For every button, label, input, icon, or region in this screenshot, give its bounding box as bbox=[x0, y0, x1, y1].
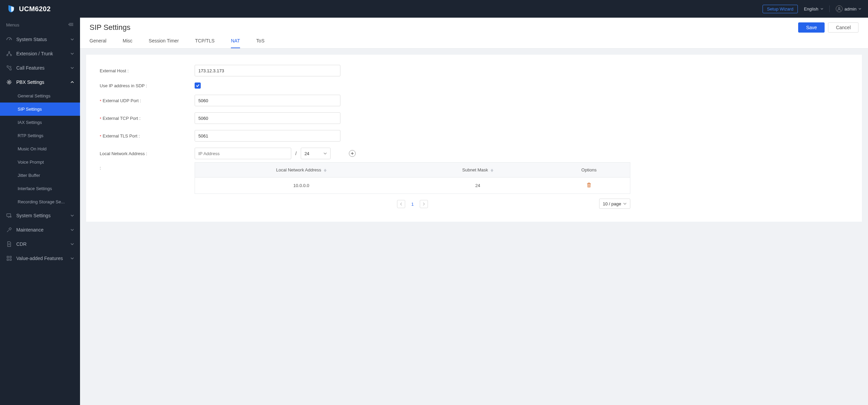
sidebar-item-label: Maintenance bbox=[16, 227, 43, 233]
label-external-tls: ●External TLS Port : bbox=[100, 133, 195, 139]
sidebar-item-pbx-settings[interactable]: PBX Settings bbox=[0, 75, 80, 89]
save-button[interactable]: Save bbox=[798, 22, 825, 33]
tab-tos[interactable]: ToS bbox=[256, 38, 264, 48]
svg-rect-16 bbox=[7, 256, 9, 258]
svg-point-0 bbox=[838, 7, 840, 9]
table-header-row: Local Network Address Subnet Mask bbox=[195, 163, 630, 178]
checkbox-use-ip-sdp[interactable] bbox=[195, 82, 201, 89]
chevron-down-icon bbox=[323, 152, 327, 154]
pager-next-button[interactable] bbox=[420, 200, 428, 208]
sidebar-item-value-added[interactable]: Value-added Features bbox=[0, 251, 80, 265]
chevron-up-icon bbox=[71, 80, 74, 84]
tab-nat[interactable]: NAT bbox=[231, 38, 240, 48]
chevron-down-icon bbox=[623, 203, 627, 205]
divider bbox=[829, 5, 830, 12]
label-external-tcp: ●External TCP Port : bbox=[100, 116, 195, 121]
chevron-down-icon bbox=[821, 7, 823, 10]
input-ip-address[interactable] bbox=[195, 148, 291, 159]
grid-icon bbox=[6, 255, 12, 261]
svg-point-5 bbox=[7, 55, 8, 56]
menus-label: Menus bbox=[6, 22, 19, 27]
svg-point-13 bbox=[10, 216, 12, 218]
input-external-tls[interactable] bbox=[195, 130, 340, 142]
menus-header: Menus bbox=[0, 18, 80, 32]
sidebar-item-system-status[interactable]: System Status bbox=[0, 32, 80, 47]
sidebar-item-system-settings[interactable]: System Settings bbox=[0, 208, 80, 223]
input-external-udp[interactable] bbox=[195, 95, 340, 106]
language-selector[interactable]: English bbox=[804, 6, 823, 12]
pager-wrap: 1 10 / page bbox=[195, 200, 630, 208]
chevron-down-icon bbox=[71, 228, 74, 232]
subnav-music-on-hold[interactable]: Music On Hold bbox=[0, 142, 80, 155]
sidebar-item-call-features[interactable]: Call Features bbox=[0, 61, 80, 75]
topbar-left: UCM6202 bbox=[7, 4, 51, 14]
setup-wizard-button[interactable]: Setup Wizard bbox=[763, 5, 798, 13]
pager-prev-button[interactable] bbox=[397, 200, 405, 208]
pbx-subnav: General Settings SIP Settings IAX Settin… bbox=[0, 89, 80, 208]
page-size-label: 10 / page bbox=[603, 201, 621, 206]
network-icon bbox=[6, 51, 12, 57]
svg-rect-11 bbox=[7, 214, 11, 217]
subnav-voice-prompt[interactable]: Voice Prompt bbox=[0, 155, 80, 169]
subnav-jitter-buffer[interactable]: Jitter Buffer bbox=[0, 169, 80, 182]
subnav-recording-storage[interactable]: Recording Storage Se... bbox=[0, 195, 80, 208]
tab-general[interactable]: General bbox=[90, 38, 106, 48]
svg-line-4 bbox=[9, 38, 11, 40]
page-header: SIP Settings Save Cancel bbox=[80, 18, 868, 33]
chevron-left-icon bbox=[400, 202, 402, 206]
tab-misc[interactable]: Misc bbox=[123, 38, 133, 48]
col-header-address[interactable]: Local Network Address bbox=[195, 163, 408, 178]
svg-rect-18 bbox=[7, 259, 9, 261]
sidebar-item-label: CDR bbox=[16, 241, 26, 247]
subnav-sip-settings[interactable]: SIP Settings bbox=[0, 103, 80, 116]
tab-tcp-tls[interactable]: TCP/TLS bbox=[195, 38, 215, 48]
sidebar-item-label: Call Features bbox=[16, 65, 44, 71]
user-selector[interactable]: admin bbox=[836, 5, 861, 12]
pagination: 1 10 / page bbox=[195, 200, 630, 208]
local-network-table: Local Network Address Subnet Mask bbox=[195, 162, 630, 194]
header-actions: Save Cancel bbox=[798, 22, 859, 33]
sidebar-item-label: System Settings bbox=[16, 213, 51, 218]
collapse-icon[interactable] bbox=[68, 22, 74, 27]
col-header-mask[interactable]: Subnet Mask bbox=[408, 163, 548, 178]
subnav-interface-settings[interactable]: Interface Settings bbox=[0, 182, 80, 195]
chevron-down-icon bbox=[71, 66, 74, 70]
monitor-gear-icon bbox=[6, 213, 12, 219]
svg-line-8 bbox=[8, 53, 9, 54]
subnav-general-settings[interactable]: General Settings bbox=[0, 89, 80, 103]
input-external-host[interactable] bbox=[195, 65, 340, 76]
document-icon bbox=[6, 241, 12, 247]
cell-mask: 24 bbox=[408, 178, 548, 194]
chevron-down-icon bbox=[71, 38, 74, 41]
plus-icon bbox=[351, 152, 354, 155]
layout: Menus System Status Extension / Trunk Ca… bbox=[0, 18, 868, 405]
svg-line-9 bbox=[9, 53, 11, 54]
label-external-udp: ●External UDP Port : bbox=[100, 98, 195, 103]
sidebar-item-maintenance[interactable]: Maintenance bbox=[0, 223, 80, 237]
tab-session-timer[interactable]: Session Timer bbox=[149, 38, 179, 48]
main: SIP Settings Save Cancel General Misc Se… bbox=[80, 18, 868, 405]
pager-current[interactable]: 1 bbox=[409, 202, 416, 207]
cell-address: 10.0.0.0 bbox=[195, 178, 408, 194]
gear-icon bbox=[6, 79, 12, 85]
delete-row-button[interactable] bbox=[586, 184, 592, 189]
page-size-selector[interactable]: 10 / page bbox=[599, 199, 630, 209]
page-title: SIP Settings bbox=[90, 23, 131, 32]
avatar-icon bbox=[836, 5, 843, 12]
label-use-ip-sdp: Use IP address in SDP : bbox=[100, 83, 195, 88]
chevron-down-icon bbox=[71, 52, 74, 55]
subnav-rtp-settings[interactable]: RTP Settings bbox=[0, 129, 80, 142]
chevron-down-icon bbox=[71, 214, 74, 217]
svg-point-6 bbox=[11, 55, 12, 56]
cancel-button[interactable]: Cancel bbox=[828, 22, 859, 33]
sidebar-item-extension-trunk[interactable]: Extension / Trunk bbox=[0, 47, 80, 61]
select-subnet-mask[interactable]: 24 bbox=[301, 148, 331, 159]
sidebar-item-cdr[interactable]: CDR bbox=[0, 237, 80, 251]
add-local-network-button[interactable] bbox=[349, 150, 356, 157]
input-external-tcp[interactable] bbox=[195, 112, 340, 124]
label-table-colon: : bbox=[100, 165, 195, 170]
svg-point-10 bbox=[8, 81, 10, 83]
label-external-host: External Host : bbox=[100, 68, 195, 73]
row-external-tcp: ●External TCP Port : bbox=[100, 112, 848, 124]
subnav-iax-settings[interactable]: IAX Settings bbox=[0, 116, 80, 129]
